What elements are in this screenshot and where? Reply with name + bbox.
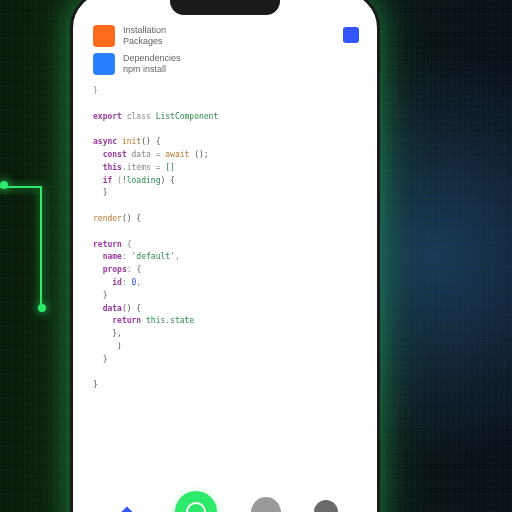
phone-frame: Installation Packages Dependencies npm i…	[70, 0, 380, 512]
package-icon	[93, 25, 115, 47]
code-line: }	[93, 85, 357, 98]
header-title: Installation	[123, 25, 166, 36]
code-line: data() {	[93, 303, 357, 316]
circuit-node	[38, 304, 46, 312]
nav-button-more[interactable]	[314, 500, 338, 512]
code-line: async init() {	[93, 136, 357, 149]
code-line: }	[93, 290, 357, 303]
code-line	[93, 98, 357, 111]
code-editor[interactable]: } export class ListComponent async init(…	[93, 85, 357, 392]
header-text: Installation Packages	[123, 25, 166, 47]
header-subtitle: Packages	[123, 36, 166, 47]
code-line: name: 'default',	[93, 251, 357, 264]
record-button[interactable]	[175, 491, 217, 512]
header-item-1[interactable]: Installation Packages	[93, 25, 357, 47]
header-item-2[interactable]: Dependencies npm install	[93, 53, 357, 75]
code-line: id: 0,	[93, 277, 357, 290]
code-line: )	[93, 341, 357, 354]
code-line: if (!loading) {	[93, 175, 357, 188]
header-title: Dependencies	[123, 53, 181, 64]
phone-notch	[170, 0, 280, 15]
code-line	[93, 367, 357, 380]
home-button[interactable]: ◆	[112, 497, 142, 512]
module-icon	[93, 53, 115, 75]
code-line: }	[93, 379, 357, 392]
code-line: }	[93, 187, 357, 200]
code-line	[93, 226, 357, 239]
code-line: return this.state	[93, 315, 357, 328]
code-line: props: {	[93, 264, 357, 277]
code-line: export class ListComponent	[93, 111, 357, 124]
screen: Installation Packages Dependencies npm i…	[77, 0, 373, 512]
code-line	[93, 123, 357, 136]
code-line: }	[93, 354, 357, 367]
bookmark-icon[interactable]	[343, 27, 359, 43]
header-text: Dependencies npm install	[123, 53, 181, 75]
code-line: this.items = []	[93, 162, 357, 175]
code-line: render() {	[93, 213, 357, 226]
code-line: },	[93, 328, 357, 341]
header-subtitle: npm install	[123, 64, 181, 75]
code-line: return {	[93, 239, 357, 252]
circuit-node	[0, 181, 8, 189]
circuit-trace	[0, 156, 60, 356]
code-line: const data = await ();	[93, 149, 357, 162]
bottom-nav: ◆	[77, 487, 373, 512]
nav-button-apps[interactable]	[251, 497, 281, 512]
code-line	[93, 200, 357, 213]
